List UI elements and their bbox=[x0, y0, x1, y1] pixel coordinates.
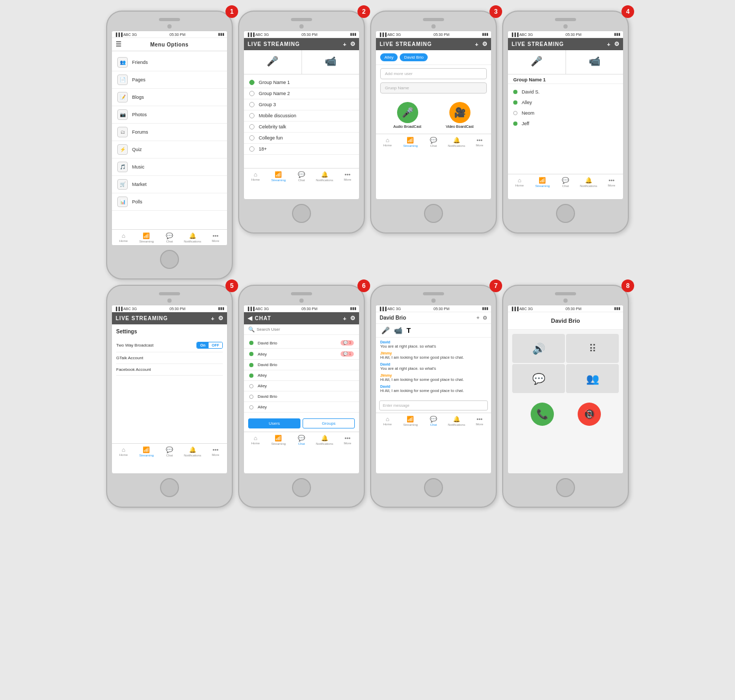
settings-icon-3[interactable]: ⚙ bbox=[482, 41, 488, 48]
tab-chat-4[interactable]: 💬 Chat bbox=[554, 176, 577, 189]
tab-streaming-5[interactable]: 📶 Streaming bbox=[135, 445, 158, 458]
menu-item-friends[interactable]: 👥 Friends bbox=[112, 54, 227, 71]
menu-item-quiz[interactable]: ⚡ Quiz bbox=[112, 141, 227, 158]
tab-streaming-1[interactable]: 📶 Streaming bbox=[135, 231, 158, 244]
tab-streaming-4[interactable]: 📶 Streaming bbox=[531, 176, 554, 189]
toggle-off-btn[interactable]: OFF bbox=[209, 342, 222, 348]
groups-filter-btn[interactable]: Groups bbox=[303, 418, 355, 428]
tab-home-5[interactable]: ⌂ Home bbox=[112, 445, 135, 458]
menu-item-pages[interactable]: 📄 Pages bbox=[112, 71, 227, 89]
contacts-btn-8[interactable]: 👥 bbox=[566, 364, 619, 393]
tab-notifications-2[interactable]: 🔔 Notifications bbox=[313, 170, 336, 183]
chat-user-alley-1[interactable]: Alley 💬 1 bbox=[244, 349, 359, 360]
decline-call-btn-8[interactable]: 📵 bbox=[578, 403, 601, 426]
tab-chat-6[interactable]: 💬 Chat bbox=[290, 434, 313, 446]
group-item-4[interactable]: Mobile discussion bbox=[244, 110, 359, 122]
home-button-8[interactable] bbox=[556, 478, 575, 497]
group-item-7[interactable]: 18+ bbox=[244, 144, 359, 155]
group-item-5[interactable]: Celebrity talk bbox=[244, 122, 359, 133]
chat-user-david-2[interactable]: David Brio bbox=[244, 360, 359, 370]
search-input-6[interactable] bbox=[257, 327, 355, 332]
hamburger-icon[interactable]: ☰ bbox=[116, 41, 122, 48]
tab-notifications-4[interactable]: 🔔 Notifications bbox=[577, 176, 600, 189]
add-icon-2[interactable]: + bbox=[343, 41, 347, 48]
tab-streaming-7[interactable]: 📶 Streaming bbox=[399, 415, 422, 427]
tab-more-2[interactable]: ••• More bbox=[336, 170, 359, 183]
users-filter-btn[interactable]: Users bbox=[248, 418, 300, 428]
volume-btn-8[interactable]: 🔊 bbox=[512, 334, 565, 363]
tab-chat-5[interactable]: 💬 Chat bbox=[158, 445, 181, 458]
video-tab-4[interactable]: 📹 bbox=[566, 50, 624, 74]
home-button-4[interactable] bbox=[556, 204, 575, 223]
add-icon-7[interactable]: + bbox=[476, 315, 479, 321]
tab-more-4[interactable]: ••• More bbox=[600, 176, 623, 189]
menu-item-photos[interactable]: 📷 Photos bbox=[112, 106, 227, 124]
toggle-group-broadcast[interactable]: On OFF bbox=[196, 342, 223, 349]
chat-user-alley-4[interactable]: Alley bbox=[244, 402, 359, 413]
group-item-2[interactable]: Group Name 2 bbox=[244, 88, 359, 99]
mic-toolbar-icon-7[interactable]: 🎤 bbox=[381, 326, 390, 334]
tab-notifications-1[interactable]: 🔔 Notifications bbox=[181, 231, 204, 244]
member-item-neom[interactable]: Neom bbox=[508, 108, 623, 118]
add-icon-3[interactable]: + bbox=[475, 41, 479, 48]
tab-chat-1[interactable]: 💬 Chat bbox=[158, 231, 181, 244]
video-toolbar-icon-7[interactable]: 📹 bbox=[394, 326, 402, 334]
tab-home-6[interactable]: ⌂ Home bbox=[244, 434, 267, 446]
microphone-tab-4[interactable]: 🎤 bbox=[508, 50, 566, 74]
home-button-5[interactable] bbox=[160, 478, 179, 497]
tab-more-6[interactable]: ••• More bbox=[336, 434, 359, 446]
settings-icon-5[interactable]: ⚙ bbox=[218, 315, 224, 322]
settings-row-gtalk[interactable]: GTalk Account bbox=[116, 352, 223, 364]
chat-user-alley-2[interactable]: Alley bbox=[244, 370, 359, 381]
audio-broadcast-btn[interactable]: 🎤 Audio BroadCast bbox=[393, 102, 421, 128]
chat-user-david-3[interactable]: David Brio bbox=[244, 391, 359, 402]
group-item-3[interactable]: Group 3 bbox=[244, 99, 359, 110]
settings-icon-7[interactable]: ⚙ bbox=[483, 315, 487, 321]
accept-call-btn-8[interactable]: 📞 bbox=[531, 403, 554, 426]
group-item-1[interactable]: Group Name 1 bbox=[244, 77, 359, 88]
menu-item-market[interactable]: 🛒 Market bbox=[112, 176, 227, 193]
home-button-2[interactable] bbox=[292, 204, 311, 223]
user-tag-alley[interactable]: Alley bbox=[380, 53, 398, 61]
home-button-7[interactable] bbox=[424, 478, 443, 497]
keypad-btn-8[interactable]: ⠿ bbox=[566, 334, 619, 363]
home-button-6[interactable] bbox=[292, 478, 311, 497]
tab-more-5[interactable]: ••• More bbox=[204, 445, 227, 458]
tab-notifications-6[interactable]: 🔔 Notifications bbox=[313, 434, 336, 446]
tab-chat-3[interactable]: 💬 Chat bbox=[422, 136, 445, 148]
tab-home-2[interactable]: ⌂ Home bbox=[244, 170, 267, 183]
home-button-3[interactable] bbox=[424, 204, 443, 223]
tab-home-3[interactable]: ⌂ Home bbox=[376, 136, 399, 148]
tab-more-1[interactable]: ••• More bbox=[204, 231, 227, 244]
tab-more-7[interactable]: ••• More bbox=[468, 415, 491, 427]
settings-row-facebook[interactable]: Facebook Account bbox=[116, 364, 223, 376]
group-item-6[interactable]: College fun bbox=[244, 133, 359, 144]
tab-home-4[interactable]: ⌂ Home bbox=[508, 176, 531, 189]
member-item-alley[interactable]: Alley bbox=[508, 97, 623, 108]
toggle-on-btn[interactable]: On bbox=[197, 342, 209, 348]
tab-notifications-5[interactable]: 🔔 Notifications bbox=[181, 445, 204, 458]
tab-home-7[interactable]: ⌂ Home bbox=[376, 415, 399, 427]
tab-chat-2[interactable]: 💬 Chat bbox=[290, 170, 313, 183]
member-item-jeff[interactable]: Jeff bbox=[508, 118, 623, 129]
video-broadcast-btn[interactable]: 🎥 Video BoardCast bbox=[446, 102, 474, 128]
menu-item-polls[interactable]: 📊 Polls bbox=[112, 193, 227, 211]
menu-item-forums[interactable]: 🗂 Forums bbox=[112, 124, 227, 141]
microphone-tab-2[interactable]: 🎤 bbox=[244, 50, 302, 74]
chat-btn-8[interactable]: 💬 bbox=[512, 364, 565, 393]
text-toolbar-icon-7[interactable]: T bbox=[407, 326, 411, 334]
video-tab-2[interactable]: 📹 bbox=[302, 50, 360, 74]
message-input-7[interactable]: Enter message bbox=[379, 400, 488, 410]
add-icon-4[interactable]: + bbox=[607, 41, 611, 48]
settings-icon-2[interactable]: ⚙ bbox=[350, 41, 356, 48]
settings-icon-4[interactable]: ⚙ bbox=[614, 41, 620, 48]
settings-icon-6[interactable]: ⚙ bbox=[350, 315, 356, 322]
menu-item-music[interactable]: 🎵 Music bbox=[112, 158, 227, 176]
add-icon-5[interactable]: + bbox=[211, 315, 215, 322]
member-item-david-s[interactable]: David S. bbox=[508, 87, 623, 97]
add-user-input[interactable]: Add more user bbox=[380, 68, 487, 79]
back-icon-6[interactable]: ◀ bbox=[248, 315, 252, 322]
group-name-input[interactable]: Gruop Name bbox=[380, 82, 487, 94]
chat-user-david-1[interactable]: David Brio 💬 3 bbox=[244, 338, 359, 349]
user-tag-david[interactable]: David Brio bbox=[400, 53, 428, 61]
